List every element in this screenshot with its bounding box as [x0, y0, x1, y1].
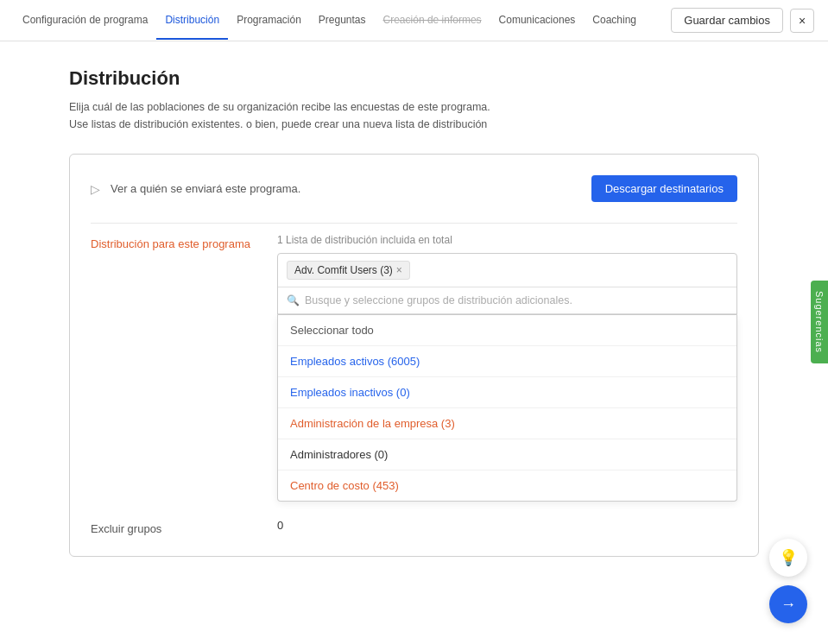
selected-tag: Adv. Comfit Users (3) ×: [287, 261, 410, 280]
main-content: Distribución Elija cuál de las poblacion…: [0, 41, 828, 583]
tag-input-area[interactable]: Adv. Comfit Users (3) ×: [278, 254, 736, 287]
dropdown-item-activos[interactable]: Empleados activos (6005): [278, 346, 736, 377]
tag-area-wrapper[interactable]: Adv. Comfit Users (3) × 🔍 Busque y selec…: [277, 253, 737, 315]
preview-row: ▷ Ver a quién se enviará este programa. …: [91, 175, 737, 202]
save-button[interactable]: Guardar cambios: [671, 8, 783, 33]
tag-remove-button[interactable]: ×: [396, 264, 402, 276]
nav-tabs: Configuración de programa Distribución P…: [14, 2, 671, 40]
page-title: Distribución: [69, 67, 759, 90]
page-description: Elija cuál de las poblaciones de su orga…: [69, 98, 759, 133]
tab-coaching[interactable]: Coaching: [584, 2, 645, 40]
dropdown-item-select-all[interactable]: Seleccionar todo: [278, 315, 736, 346]
distribution-count: 1 Lista de distribución incluida en tota…: [277, 234, 737, 246]
distribution-label: Distribución para este programa: [91, 234, 263, 502]
dropdown-item-inactivos[interactable]: Empleados inactivos (0): [278, 377, 736, 408]
fab-container: 💡 →: [769, 539, 807, 623]
search-row: 🔍 Busque y seleccione grupos de distribu…: [278, 287, 736, 314]
hint-fab[interactable]: 💡: [769, 539, 807, 577]
tab-informes[interactable]: Creación de informes: [375, 2, 490, 40]
dropdown-item-admins[interactable]: Administradores (0): [278, 439, 736, 470]
excluir-label: Excluir grupos: [91, 519, 263, 535]
preview-text: Ver a quién se enviará este programa.: [111, 182, 581, 195]
excluir-section: Excluir grupos 0: [91, 519, 737, 535]
section-divider: [91, 223, 737, 224]
distribution-right: 1 Lista de distribución incluida en tota…: [277, 234, 737, 502]
distribution-section: Distribución para este programa 1 Lista …: [91, 234, 737, 502]
tab-comunicaciones[interactable]: Comunicaciones: [490, 2, 585, 40]
tab-distribucion[interactable]: Distribución: [156, 2, 228, 40]
close-button[interactable]: ×: [790, 9, 814, 33]
tab-preguntas[interactable]: Preguntas: [310, 2, 375, 40]
tab-config[interactable]: Configuración de programa: [14, 2, 156, 40]
excluir-count: 0: [277, 519, 283, 535]
next-fab[interactable]: →: [769, 585, 807, 623]
download-button[interactable]: Descargar destinatarios: [591, 175, 737, 202]
nav-bar: Configuración de programa Distribución P…: [0, 0, 828, 41]
dropdown-item-administracion[interactable]: Administración de la empresa (3): [278, 408, 736, 439]
nav-actions: Guardar cambios ×: [671, 8, 814, 33]
dropdown-list: Seleccionar todo Empleados activos (6005…: [277, 315, 737, 502]
preview-icon: ▷: [91, 182, 100, 196]
dropdown-item-centro-costo[interactable]: Centro de costo (453): [278, 470, 736, 501]
feedback-tab[interactable]: Sugerencias: [811, 281, 828, 363]
search-placeholder: Busque y seleccione grupos de distribuci…: [305, 294, 572, 306]
search-icon: 🔍: [287, 294, 300, 306]
tab-programacion[interactable]: Programación: [228, 2, 310, 40]
content-card: ▷ Ver a quién se enviará este programa. …: [69, 154, 759, 557]
